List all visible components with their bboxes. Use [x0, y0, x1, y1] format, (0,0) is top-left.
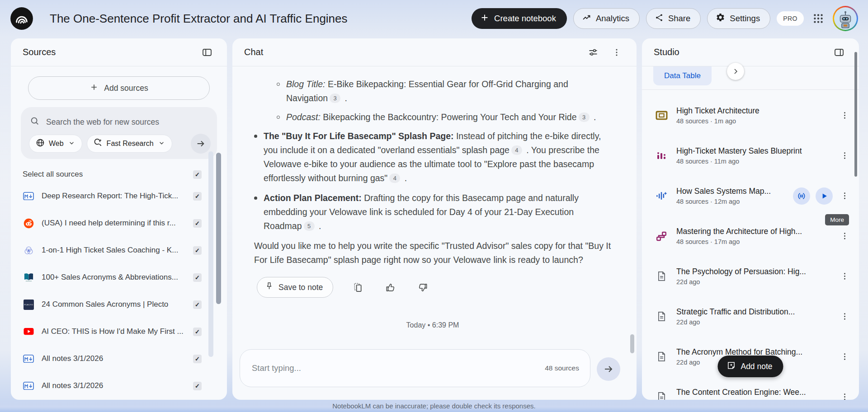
studio-item-more-icon[interactable]: [836, 108, 853, 124]
sources-scrollbar-track[interactable]: [208, 151, 213, 357]
doc-icon: [655, 271, 668, 281]
collapse-studio-panel-icon[interactable]: [831, 44, 847, 61]
studio-panel-title: Studio: [654, 47, 679, 57]
select-all-sources-row: Select all sources: [18, 159, 220, 182]
notebook-title[interactable]: The One-Sentence Profit Extractor and AI…: [50, 12, 348, 26]
chat-bullet-bullet: Action Plan Placement: Drafting the copy…: [254, 191, 611, 233]
search-options-row: Web Fast Research: [29, 135, 210, 153]
chat-more-menu-icon[interactable]: [609, 44, 625, 61]
source-checkbox[interactable]: [193, 192, 202, 201]
chat-scrollbar-thumb[interactable]: [630, 334, 634, 353]
studio-item-more-icon[interactable]: [836, 228, 853, 244]
header-actions: Create notebook Analytics Share Settings…: [472, 6, 858, 31]
doc-icon: [655, 311, 668, 322]
doc-icon: [655, 351, 668, 362]
share-icon: [655, 13, 664, 24]
notebooklm-logo-icon[interactable]: [10, 7, 33, 30]
chat-message-content: Blog Title: E-Bike Bikepacking: Essentia…: [232, 66, 637, 329]
copy-icon[interactable]: [349, 279, 366, 295]
studio-item-more-icon[interactable]: [836, 349, 853, 365]
add-sources-button[interactable]: Add sources: [28, 76, 210, 100]
web-dropdown[interactable]: Web: [29, 135, 82, 153]
share-button[interactable]: Share: [646, 8, 701, 29]
web-search-card: Search the web for new sources Web Fast …: [21, 107, 217, 159]
chat-settings-tune-icon[interactable]: [585, 44, 601, 61]
studio-item-more-icon[interactable]: [836, 309, 853, 325]
select-all-checkbox[interactable]: [193, 170, 202, 179]
citation-badge[interactable]: 4: [511, 145, 522, 155]
source-list: Deep Research Report: The High-Tick... (…: [18, 182, 220, 399]
studio-list-item[interactable]: High-Ticket Mastery Sales Blueprint 48 s…: [642, 136, 859, 176]
source-search-input[interactable]: Search the web for new sources: [29, 114, 210, 135]
studio-panel: Studio Data Table High Ticket Architectu…: [642, 38, 859, 400]
sources-scrollbar-thumb[interactable]: [216, 153, 221, 304]
source-list-item[interactable]: AI CEO: THIS is How I'd Make My First ..…: [18, 318, 220, 345]
source-list-item[interactable]: 1-on-1 High Ticket Sales Coaching - K...: [18, 237, 220, 264]
studio-list-item[interactable]: High Ticket Architecture 48 sources · 1m…: [642, 95, 859, 136]
search-submit-button[interactable]: [191, 134, 211, 154]
studio-scrollbar-thumb[interactable]: [854, 52, 857, 177]
add-note-button[interactable]: Add note: [717, 356, 783, 377]
source-list-item[interactable]: All notes 3/1/2026: [18, 345, 220, 372]
source-title: (USA) I need help determining if this r.…: [42, 219, 193, 228]
studio-item-more-icon[interactable]: [836, 188, 853, 204]
studio-list-item[interactable]: Strategic Traffic and Distribution... 22…: [642, 296, 859, 337]
settings-button[interactable]: Settings: [707, 8, 770, 29]
thumbs-up-icon[interactable]: [382, 279, 398, 295]
citation-badge[interactable]: 3: [330, 94, 340, 103]
table-icon: [655, 111, 668, 120]
source-list-item[interactable]: All notes 3/1/2026: [18, 372, 220, 399]
studio-item-title: Strategic Traffic and Distribution...: [676, 307, 833, 317]
more-tooltip: More: [825, 214, 849, 225]
source-checkbox[interactable]: [193, 246, 202, 255]
studio-item-actions: [793, 187, 833, 205]
gear-icon: [716, 13, 725, 24]
studio-item-more-icon[interactable]: [836, 148, 853, 164]
source-list-item[interactable]: PLECTO 24 Common Sales Acronyms | Plecto: [18, 291, 220, 318]
studio-item-more-icon[interactable]: [836, 389, 853, 400]
chat-send-button[interactable]: [597, 357, 620, 381]
source-checkbox[interactable]: [193, 300, 202, 309]
citation-badge[interactable]: 5: [304, 221, 315, 231]
source-checkbox[interactable]: [193, 355, 202, 363]
create-notebook-button[interactable]: Create notebook: [472, 8, 567, 29]
doc-icon: [655, 392, 668, 400]
source-checkbox[interactable]: [193, 219, 202, 228]
thumbs-down-icon[interactable]: [415, 279, 431, 295]
bullet-marker: [254, 135, 257, 138]
source-list-item[interactable]: Deep Research Report: The High-Tick...: [18, 183, 220, 210]
analytics-button[interactable]: Analytics: [573, 8, 640, 29]
source-list-item[interactable]: 100+ Sales Acronyms & Abbreviations...: [18, 264, 220, 291]
interactive-action-button[interactable]: [793, 187, 810, 205]
google-apps-grid-icon[interactable]: [810, 10, 826, 27]
save-to-note-button[interactable]: Save to note: [257, 277, 333, 298]
disclaimer-text: NotebookLM can be inaccurate; please dou…: [332, 402, 535, 410]
globe-icon: [36, 138, 45, 149]
studio-item-title: The Content Creation Engine: Wee...: [676, 388, 833, 397]
source-title: AI CEO: THIS is How I'd Make My First ..…: [42, 327, 193, 336]
studio-list-item[interactable]: How Sales Systems Map... 48 sources · 12…: [642, 176, 859, 216]
citation-badge[interactable]: 4: [389, 173, 400, 183]
citation-badge[interactable]: 3: [579, 112, 590, 122]
chip-carousel-next-button[interactable]: [727, 63, 744, 80]
source-title: 1-on-1 High Ticket Sales Coaching - K...: [42, 246, 193, 255]
source-checkbox[interactable]: [193, 273, 202, 282]
source-list-item[interactable]: (USA) I need help determining if this r.…: [18, 210, 220, 237]
chat-input-box[interactable]: Start typing... 48 sources: [240, 349, 590, 387]
studio-item-title: High-Ticket Mastery Sales Blueprint: [676, 146, 833, 156]
source-checkbox[interactable]: [193, 382, 202, 390]
avatar[interactable]: [833, 6, 858, 31]
source-checkbox[interactable]: [193, 328, 202, 336]
source-title: All notes 3/1/2026: [42, 381, 193, 390]
chat-panel: Chat Blog Title: E-Bike Bikepacking: Ess…: [232, 38, 637, 400]
studio-list-item[interactable]: The Psychology of Persuasion: Hig... 22d…: [642, 256, 859, 296]
data-table-chip[interactable]: Data Table: [653, 66, 712, 85]
bullet-marker: [254, 197, 257, 200]
studio-item-more-icon[interactable]: [836, 268, 853, 285]
sources-panel-title: Sources: [23, 47, 56, 57]
play-action-button[interactable]: [816, 187, 833, 205]
studio-list-item[interactable]: The Content Creation Engine: Wee... 22d …: [642, 377, 859, 400]
collapse-sources-panel-icon[interactable]: [199, 44, 215, 61]
studio-item-meta: 48 sources · 12m ago: [676, 198, 793, 205]
research-mode-dropdown[interactable]: Fast Research: [87, 135, 172, 153]
